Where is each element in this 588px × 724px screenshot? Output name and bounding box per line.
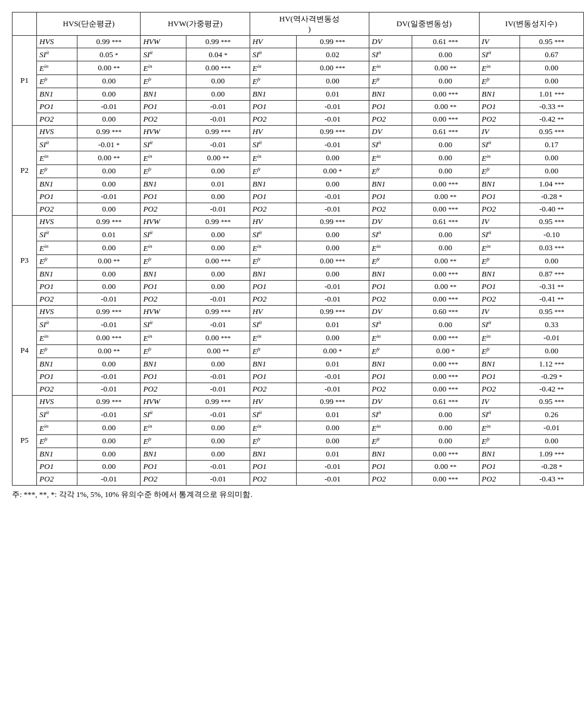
hv-value: -0.01: [296, 203, 369, 215]
table-row: SIit0.05 *SIit0.04 *SIit0.02SIit0.00SIit…: [13, 48, 584, 61]
dv-var: SIit: [369, 138, 412, 151]
hv-value: -0.01: [296, 383, 369, 395]
hv-value: 0.00 *: [296, 164, 369, 178]
iv-value: 1.12 ***: [519, 358, 583, 370]
hvs-value: 0.00 **: [77, 344, 141, 358]
iv-var: PO1: [479, 190, 519, 203]
iv-var: SIit: [479, 318, 519, 331]
hv-value: 0.99 ***: [296, 395, 369, 408]
dv-var: Efr: [369, 74, 412, 88]
hvs-value: -0.01: [77, 383, 141, 395]
hvs-var: Efr: [37, 164, 77, 178]
hv-var: HV: [250, 215, 296, 228]
hv-value: 0.00: [296, 228, 369, 241]
hvs-value: 0.99 ***: [77, 395, 141, 408]
dv-header: DV(일중변동성): [369, 13, 480, 36]
iv-var: Efr: [479, 434, 519, 448]
table-row: SIit-0.01SIit-0.01SIit0.01SIit0.00SIit0.…: [13, 318, 584, 331]
iv-var: PO2: [479, 293, 519, 305]
hvw-value: -0.01: [186, 293, 250, 305]
iv-value: 0.17: [519, 138, 583, 151]
iv-value: -0.33 **: [519, 100, 583, 113]
dv-value: 0.00 ***: [412, 448, 479, 460]
iv-value: -0.28 *: [519, 460, 583, 473]
hvw-value: 0.00: [186, 190, 250, 203]
iv-var: IV: [479, 395, 519, 408]
hvw-value: -0.01: [186, 318, 250, 331]
hv-var: Efr: [250, 254, 296, 268]
dv-var: SIit: [369, 318, 412, 331]
table-row: P3HVS0.99 ***HVW0.99 ***HV0.99 ***DV0.61…: [13, 215, 584, 228]
hv-var: BN1: [250, 358, 296, 370]
iv-value: 0.00: [519, 164, 583, 178]
dv-value: 0.00: [412, 408, 479, 421]
hvw-var: HVW: [141, 36, 186, 48]
iv-value: 0.67: [519, 48, 583, 61]
iv-value: -0.42 **: [519, 113, 583, 125]
iv-value: 0.95 ***: [519, 36, 583, 48]
hvs-var: PO1: [37, 460, 77, 473]
main-table: HVS(단순평균) HVW(가중평균) HV(역사격변동성) DV(일중변동성)…: [12, 12, 584, 486]
dv-var: PO1: [369, 370, 412, 383]
dv-var: BN1: [369, 358, 412, 370]
hvs-var: PO1: [37, 190, 77, 203]
iv-var: Ein: [479, 151, 519, 164]
iv-var: SIit: [479, 48, 519, 61]
hv-value: -0.01: [296, 100, 369, 113]
hv-value: 0.01: [296, 448, 369, 460]
section-label-P5: P5: [13, 395, 37, 485]
iv-var: Efr: [479, 74, 519, 88]
hvs-value: 0.00: [77, 178, 141, 190]
hvs-value: -0.01: [77, 100, 141, 113]
hv-value: 0.00: [296, 268, 369, 280]
iv-var: PO2: [479, 473, 519, 485]
table-row: BN10.00BN10.00BN10.01BN10.00 ***BN11.12 …: [13, 358, 584, 370]
hvw-value: -0.01: [186, 408, 250, 421]
dv-value: 0.00 ***: [412, 473, 479, 485]
iv-value: 1.01 ***: [519, 88, 583, 100]
iv-value: 0.95 ***: [519, 395, 583, 408]
iv-var: IV: [479, 125, 519, 138]
hvw-var: Ein: [141, 151, 186, 164]
iv-value: 0.95 ***: [519, 215, 583, 228]
dv-var: Ein: [369, 421, 412, 434]
dv-value: 0.00: [412, 228, 479, 241]
table-row: Ein0.00 ***Ein0.00 ***Ein0.00Ein0.00 ***…: [13, 331, 584, 344]
hvw-value: 0.00: [186, 164, 250, 178]
dv-var: Ein: [369, 61, 412, 74]
hv-header: HV(역사격변동성): [250, 13, 369, 36]
dv-value: 0.00 **: [412, 100, 479, 113]
iv-var: PO2: [479, 203, 519, 215]
hv-var: PO2: [250, 383, 296, 395]
dv-value: 0.00 **: [412, 190, 479, 203]
table-row: BN10.00BN10.00BN10.01BN10.00 ***BN11.01 …: [13, 88, 584, 100]
dv-var: DV: [369, 395, 412, 408]
dv-var: PO1: [369, 460, 412, 473]
iv-value: 0.33: [519, 318, 583, 331]
hv-var: PO2: [250, 293, 296, 305]
hv-var: PO1: [250, 100, 296, 113]
iv-var: PO1: [479, 280, 519, 293]
dv-value: 0.00 ***: [412, 268, 479, 280]
hv-value: -0.01: [296, 370, 369, 383]
hv-var: HV: [250, 305, 296, 318]
hvs-var: BN1: [37, 88, 77, 100]
dv-value: 0.00: [412, 164, 479, 178]
hvs-var: HVS: [37, 305, 77, 318]
iv-value: 0.00: [519, 344, 583, 358]
hv-var: HV: [250, 125, 296, 138]
iv-value: 1.04 ***: [519, 178, 583, 190]
hvw-var: PO1: [141, 190, 186, 203]
hvw-value: -0.01: [186, 113, 250, 125]
hv-var: BN1: [250, 88, 296, 100]
hvw-var: Efr: [141, 254, 186, 268]
hvw-var: SIit: [141, 48, 186, 61]
empty-header: [13, 13, 37, 36]
hvw-var: HVW: [141, 305, 186, 318]
table-row: SIit0.01SIit0.00SIit0.00SIit0.00SIit-0.1…: [13, 228, 584, 241]
table-row: Efr0.00Efr0.00Efr0.00 *Efr0.00Efr0.00: [13, 164, 584, 178]
section-label-P1: P1: [13, 36, 37, 126]
dv-var: PO2: [369, 113, 412, 125]
dv-value: 0.00: [412, 421, 479, 434]
dv-var: Efr: [369, 164, 412, 178]
